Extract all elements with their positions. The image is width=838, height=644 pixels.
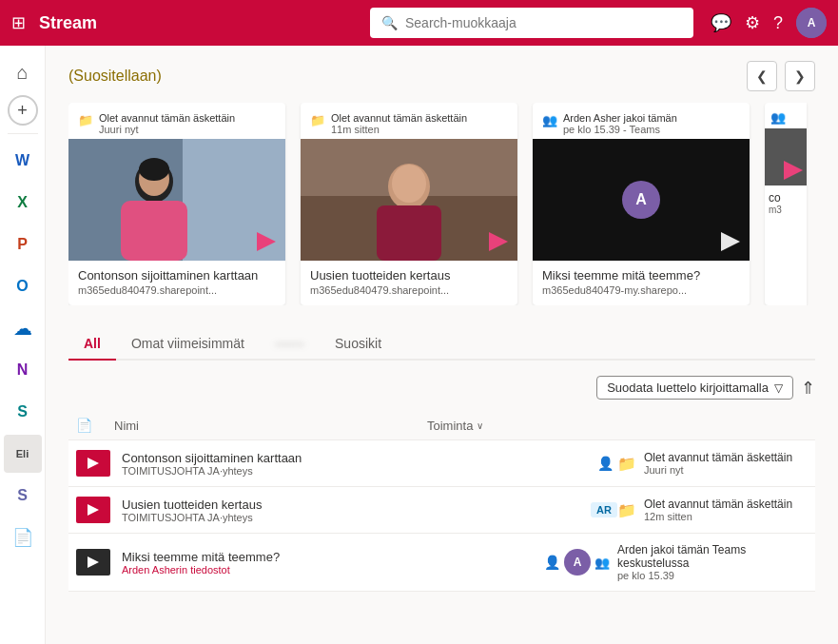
- card-2-meta-line2: 11m sitten: [331, 124, 467, 135]
- row-1-thumb: [76, 450, 110, 477]
- sidebar: ⌂ + W X P O ☁ N S Eli S 📄: [0, 46, 46, 644]
- row-2-info: Uusien tuotteiden kertaus TOIMITUSJOHTA …: [114, 498, 583, 523]
- sidebar-divider: [8, 133, 38, 134]
- row-3-info: Miksi teemme mitä teemme? Arden Asherin …: [114, 550, 536, 576]
- row-2-action-time: 12m sitten: [644, 511, 792, 522]
- row-3-action-text: Arden jakoi tämän Teams keskustelussa pe…: [617, 543, 808, 581]
- row-1-play-icon: [88, 458, 99, 469]
- card-2-folder-icon: 📁: [310, 113, 325, 127]
- nav-icons: 💬 ⚙ ? A: [711, 8, 827, 38]
- card-3-meta-line2: pe klo 15.39 - Teams: [563, 124, 677, 135]
- card-2-info: Uusien tuotteiden kertaus m365edu840479.…: [301, 261, 517, 305]
- svg-point-11: [392, 165, 426, 203]
- row-1-action-text: Olet avannut tämän äskettäin Juuri nyt: [644, 451, 792, 476]
- file-icon[interactable]: 📄: [4, 518, 42, 556]
- card-3-thumb: A: [533, 139, 750, 261]
- card-4-partial[interactable]: 👥 co m3: [765, 103, 807, 305]
- row-1-title: Contonson sijoittaminen karttaan: [122, 451, 590, 465]
- row-3-avatar: A: [564, 549, 591, 576]
- row-1-person-icon: 👤: [597, 456, 614, 471]
- table-row[interactable]: Miksi teemme mitä teemme? Arden Asherin …: [68, 534, 815, 592]
- outlook-icon[interactable]: O: [4, 267, 42, 305]
- card-1-meta-line2: Juuri nyt: [99, 124, 235, 135]
- onedrive-icon[interactable]: ☁: [4, 309, 42, 347]
- row-3-avatar-img: A: [564, 549, 591, 576]
- create-icon[interactable]: +: [8, 95, 38, 126]
- card-3-avatar: A: [622, 181, 660, 219]
- card-2-play-btn: [489, 232, 508, 251]
- filter-button[interactable]: Suodata luettelo kirjoittamalla ▽: [596, 376, 793, 400]
- row-2-action-title: Olet avannut tämän äskettäin: [644, 498, 792, 511]
- row-3-share-icon: 👥: [594, 556, 610, 570]
- table-row[interactable]: Uusien tuotteiden kertaus TOIMITUSJOHTA …: [68, 487, 815, 534]
- card-3-meta-text: Arden Asher jakoi tämän pe klo 15.39 - T…: [563, 112, 677, 135]
- avatar[interactable]: A: [796, 8, 827, 38]
- tab-blurred[interactable]: ········: [260, 328, 320, 361]
- table-row[interactable]: Contonson sijoittaminen karttaan TOIMITU…: [68, 440, 815, 487]
- teams2-icon[interactable]: S: [4, 477, 42, 515]
- card-1-meta-line1: Olet avannut tämän äskettäin: [99, 112, 235, 124]
- content-area: (Suositellaan) ❮ ❯ 📁 Olet avannut tämän …: [46, 46, 838, 644]
- filter-icon: ▽: [774, 381, 783, 395]
- tabs-bar: All Omat viimeisimmät ········ Suosikit: [68, 328, 815, 361]
- card-2-url: m365edu840479.sharepoint...: [310, 284, 508, 296]
- section-title: (Suositellaan): [68, 68, 162, 85]
- excel-icon[interactable]: X: [4, 184, 42, 222]
- col-name-header: Nimi: [114, 419, 427, 433]
- app-title: Stream: [39, 13, 97, 33]
- sharepoint-icon[interactable]: S: [4, 393, 42, 431]
- tab-favorites[interactable]: Suosikit: [320, 328, 397, 361]
- card-1-thumb: [68, 139, 285, 261]
- row-2-thumb: [76, 497, 110, 523]
- powerpoint-icon[interactable]: P: [4, 225, 42, 263]
- card-3[interactable]: 👥 Arden Asher jakoi tämän pe klo 15.39 -…: [533, 103, 750, 305]
- tab-recent[interactable]: Omat viimeisimmät: [116, 328, 260, 361]
- nav-arrows: ❮ ❯: [747, 61, 815, 91]
- card-1[interactable]: 📁 Olet avannut tämän äskettäin Juuri nyt: [68, 103, 285, 305]
- row-3-play-icon: [88, 556, 99, 568]
- row-2-badge: AR: [591, 502, 617, 517]
- next-arrow[interactable]: ❯: [785, 61, 815, 91]
- table-header: 📄 Nimi Toiminta ∨: [68, 411, 815, 440]
- row-1-action-time: Juuri nyt: [644, 464, 792, 476]
- app-grid-icon[interactable]: ⊞: [11, 12, 26, 33]
- row-3-action: Arden jakoi tämän Teams keskustelussa pe…: [617, 543, 808, 581]
- svg-rect-10: [377, 205, 441, 261]
- row-2-play-icon: [88, 504, 99, 516]
- home-icon[interactable]: ⌂: [4, 53, 42, 91]
- search-input[interactable]: [405, 15, 682, 30]
- prev-arrow[interactable]: ❮: [747, 61, 777, 91]
- card-2-meta-line1: Olet avannut tämän äskettäin: [331, 112, 467, 124]
- card-3-play-btn: [721, 232, 740, 251]
- row-3-action-title: Arden jakoi tämän Teams keskustelussa: [617, 543, 808, 570]
- filter-label: Suodata luettelo kirjoittamalla: [607, 381, 769, 395]
- cards-row: 📁 Olet avannut tämän äskettäin Juuri nyt: [68, 103, 815, 305]
- card-2[interactable]: 📁 Olet avannut tämän äskettäin 11m sitte…: [301, 103, 517, 305]
- onenote-icon[interactable]: N: [4, 351, 42, 389]
- col-icon-header: 📄: [76, 417, 114, 434]
- row-1-folder-icon: 📁: [617, 455, 636, 473]
- eli-icon[interactable]: Eli: [4, 435, 42, 473]
- tab-all[interactable]: All: [68, 328, 116, 361]
- sort-icon[interactable]: ⇑: [801, 378, 815, 399]
- sort-chevron-icon[interactable]: ∨: [477, 420, 483, 431]
- card-4-person-icon: 👥: [765, 103, 807, 125]
- search-icon: 🔍: [381, 15, 398, 30]
- help-icon[interactable]: ?: [773, 13, 783, 33]
- card-2-meta: 📁 Olet avannut tämän äskettäin 11m sitte…: [301, 103, 517, 139]
- card-1-folder-icon: 📁: [78, 113, 93, 127]
- card-1-title: Contonson sijoittaminen karttaan: [78, 268, 276, 283]
- settings-icon[interactable]: ⚙: [745, 12, 760, 33]
- chat-icon[interactable]: 💬: [711, 12, 731, 33]
- card-3-meta: 👥 Arden Asher jakoi tämän pe klo 15.39 -…: [533, 103, 750, 139]
- row-1-action-title: Olet avannut tämän äskettäin: [644, 451, 792, 464]
- card-3-url: m365edu840479-my.sharepo...: [542, 284, 740, 296]
- row-1-subtitle: TOIMITUSJOHTA JA·yhteys: [122, 465, 590, 477]
- svg-point-6: [139, 158, 169, 181]
- word-icon[interactable]: W: [4, 142, 42, 180]
- card-3-info: Miksi teemme mitä teemme? m365edu840479-…: [533, 261, 750, 305]
- svg-rect-4: [121, 201, 187, 261]
- row-3-title: Miksi teemme mitä teemme?: [122, 550, 536, 564]
- card-4-title: co: [769, 191, 803, 205]
- card-2-thumb: [301, 139, 517, 261]
